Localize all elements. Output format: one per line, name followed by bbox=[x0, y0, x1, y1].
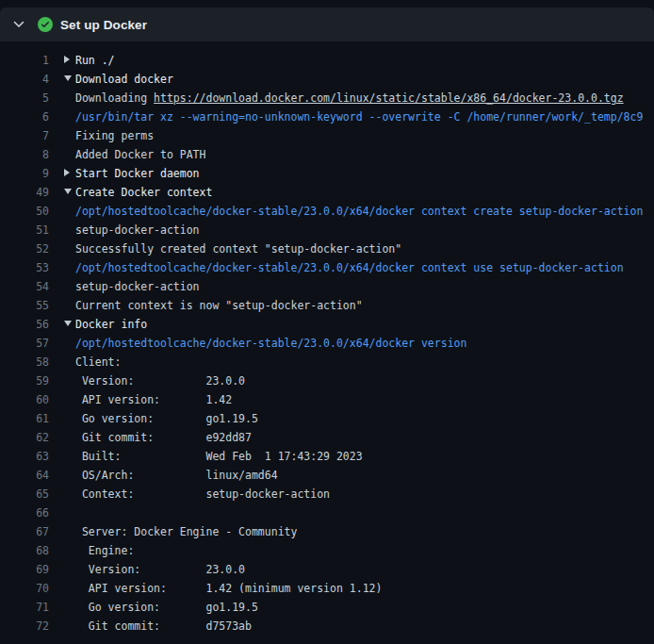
chevron-down-icon[interactable] bbox=[13, 19, 25, 30]
step-title: Set up Docker bbox=[60, 18, 147, 32]
triangle-right-icon[interactable] bbox=[64, 56, 70, 63]
line-number[interactable]: 63 bbox=[0, 447, 49, 466]
log-line: 56Docker info bbox=[0, 315, 654, 334]
log-line: 71 Go version: go1.19.5 bbox=[0, 598, 654, 617]
log-line: 51setup-docker-action bbox=[0, 221, 654, 239]
line-number[interactable]: 9 bbox=[0, 164, 49, 183]
log-line: 63 Built: Wed Feb 1 17:43:29 2023 bbox=[0, 447, 654, 466]
log-line: 72 Git commit: d7573ab bbox=[0, 617, 654, 636]
line-number[interactable]: 4 bbox=[0, 70, 49, 89]
triangle-down-icon[interactable] bbox=[64, 189, 72, 194]
line-content: Version: 23.0.0 bbox=[64, 560, 245, 579]
line-content: Current context is now "setup-docker-act… bbox=[64, 296, 363, 315]
triangle-down-icon[interactable] bbox=[64, 321, 72, 326]
line-content: OS/Arch: linux/amd64 bbox=[64, 466, 278, 485]
log-line: 66 bbox=[0, 504, 654, 522]
line-number[interactable]: 70 bbox=[0, 579, 49, 598]
line-content: Engine: bbox=[64, 541, 134, 560]
log-line: 52Successfully created context "setup-do… bbox=[0, 239, 654, 258]
line-content: Fixing perms bbox=[64, 126, 154, 145]
line-number[interactable]: 54 bbox=[0, 277, 49, 296]
log-line: 4Download docker bbox=[0, 70, 654, 89]
log-line: 60 API version: 1.42 bbox=[0, 390, 654, 409]
line-number[interactable]: 59 bbox=[0, 372, 49, 390]
line-content[interactable]: Run ./ bbox=[64, 51, 115, 70]
log-line: 7Fixing perms bbox=[0, 126, 654, 145]
line-number[interactable]: 55 bbox=[0, 296, 49, 315]
log-lines: 1Run ./4Download docker5Downloading http… bbox=[0, 51, 654, 636]
line-content: Version: 23.0.0 bbox=[64, 372, 245, 390]
group-title: Run ./ bbox=[75, 54, 115, 67]
line-content bbox=[64, 504, 75, 522]
line-number[interactable]: 49 bbox=[0, 183, 49, 202]
line-number[interactable]: 60 bbox=[0, 390, 49, 409]
line-content: Downloading https://download.docker.com/… bbox=[64, 89, 624, 107]
line-number[interactable]: 65 bbox=[0, 485, 49, 504]
line-number[interactable]: 62 bbox=[0, 428, 49, 447]
log-line: 58Client: bbox=[0, 353, 654, 372]
line-number[interactable]: 57 bbox=[0, 334, 49, 353]
log-line: 5Downloading https://download.docker.com… bbox=[0, 89, 654, 107]
line-content: /opt/hostedtoolcache/docker-stable/23.0.… bbox=[64, 258, 624, 277]
line-number[interactable]: 68 bbox=[0, 541, 49, 560]
triangle-right-icon[interactable] bbox=[64, 169, 70, 176]
line-content: /opt/hostedtoolcache/docker-stable/23.0.… bbox=[64, 202, 643, 221]
line-content: Git commit: e92dd87 bbox=[64, 428, 252, 447]
log-line: 54setup-docker-action bbox=[0, 277, 654, 296]
log-line: 69 Version: 23.0.0 bbox=[0, 560, 654, 579]
line-number[interactable]: 8 bbox=[0, 145, 49, 164]
log-line: 70 API version: 1.42 (minimum version 1.… bbox=[0, 579, 654, 598]
line-number[interactable]: 50 bbox=[0, 202, 49, 221]
triangle-down-icon[interactable] bbox=[64, 75, 72, 81]
log-line: 67 Server: Docker Engine - Community bbox=[0, 522, 654, 541]
line-content: Client: bbox=[64, 353, 121, 372]
line-content[interactable]: Download docker bbox=[64, 70, 173, 89]
log-line: 8Added Docker to PATH bbox=[0, 145, 654, 164]
line-content[interactable]: Start Docker daemon bbox=[64, 164, 200, 183]
log-line: 68 Engine: bbox=[0, 541, 654, 560]
line-number[interactable]: 67 bbox=[0, 522, 49, 541]
line-number[interactable]: 51 bbox=[0, 221, 49, 239]
log-line: 9Start Docker daemon bbox=[0, 164, 654, 183]
log-body: 1Run ./4Download docker5Downloading http… bbox=[0, 41, 654, 636]
line-content: /opt/hostedtoolcache/docker-stable/23.0.… bbox=[64, 334, 466, 353]
line-content: /usr/bin/tar xz --warning=no-unknown-key… bbox=[64, 107, 643, 126]
line-number[interactable]: 71 bbox=[0, 598, 49, 617]
group-title: Download docker bbox=[75, 73, 173, 86]
line-content: Server: Docker Engine - Community bbox=[64, 522, 297, 541]
line-content: setup-docker-action bbox=[64, 221, 200, 239]
line-number[interactable]: 69 bbox=[0, 560, 49, 579]
check-circle-icon bbox=[38, 17, 53, 32]
log-line: 53/opt/hostedtoolcache/docker-stable/23.… bbox=[0, 258, 654, 277]
line-number[interactable]: 64 bbox=[0, 466, 49, 485]
line-number[interactable]: 1 bbox=[0, 51, 49, 70]
log-line: 62 Git commit: e92dd87 bbox=[0, 428, 654, 447]
log-line: 55Current context is now "setup-docker-a… bbox=[0, 296, 654, 315]
actions-log-viewer: Set up Docker 1Run ./4Download docker5Do… bbox=[0, 8, 654, 644]
log-line: 6/usr/bin/tar xz --warning=no-unknown-ke… bbox=[0, 107, 654, 126]
log-line: 1Run ./ bbox=[0, 51, 654, 70]
line-content: Git commit: d7573ab bbox=[64, 617, 252, 636]
line-number[interactable]: 58 bbox=[0, 353, 49, 372]
line-number[interactable]: 53 bbox=[0, 258, 49, 277]
line-number[interactable]: 5 bbox=[0, 89, 49, 107]
step-header[interactable]: Set up Docker bbox=[0, 8, 654, 41]
log-url-link[interactable]: https://download.docker.com/linux/static… bbox=[154, 91, 624, 105]
log-line: 49Create Docker context bbox=[0, 183, 654, 202]
line-number[interactable]: 7 bbox=[0, 126, 49, 145]
log-line: 65 Context: setup-docker-action bbox=[0, 485, 654, 504]
group-title: Docker info bbox=[75, 318, 147, 331]
line-number[interactable]: 72 bbox=[0, 617, 49, 636]
line-number[interactable]: 52 bbox=[0, 239, 49, 258]
line-number[interactable]: 56 bbox=[0, 315, 49, 334]
line-number[interactable]: 61 bbox=[0, 409, 49, 428]
line-number[interactable]: 6 bbox=[0, 107, 49, 126]
line-content: Context: setup-docker-action bbox=[64, 485, 330, 504]
line-content[interactable]: Create Docker context bbox=[64, 183, 212, 202]
line-content: setup-docker-action bbox=[64, 277, 200, 296]
line-content[interactable]: Docker info bbox=[64, 315, 147, 334]
line-content: Added Docker to PATH bbox=[64, 145, 205, 164]
log-line: 64 OS/Arch: linux/amd64 bbox=[0, 466, 654, 485]
line-number[interactable]: 66 bbox=[0, 504, 49, 522]
line-content: Go version: go1.19.5 bbox=[64, 409, 258, 428]
